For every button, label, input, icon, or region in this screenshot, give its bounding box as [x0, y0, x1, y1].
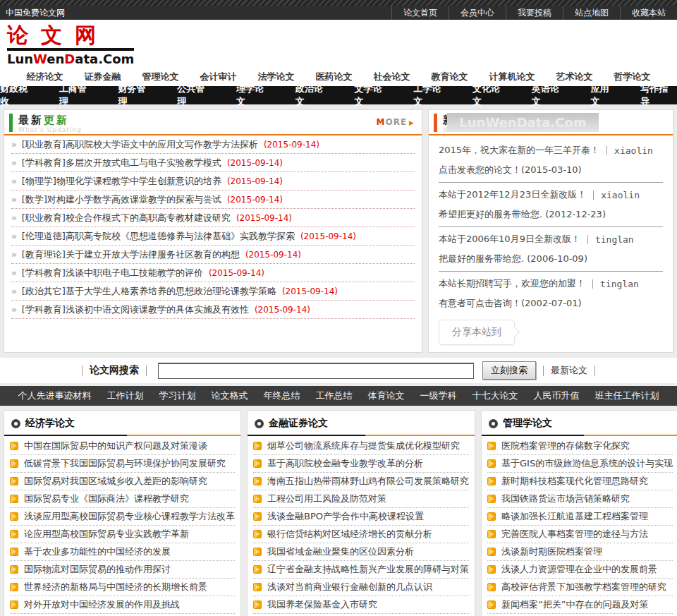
secondary-nav-item[interactable]: 应用文 [590, 83, 618, 108]
share-site-button[interactable]: 分享本站到 [439, 320, 515, 345]
hot-link[interactable]: 论文格式 [212, 389, 248, 402]
article-link[interactable]: 略谈加强长江航道基建工程档案管理 [501, 510, 648, 523]
latest-updates-panel: 最新更新 What's Updating MORE » [职业教育]高职院校大学… [4, 109, 422, 353]
secondary-nav-item[interactable]: 文学论文 [354, 83, 391, 108]
hot-link[interactable]: 人民币升值 [534, 389, 580, 402]
search-button[interactable]: 立刻搜索 [482, 361, 536, 380]
latest-papers-link[interactable]: 最新论文 [551, 364, 587, 377]
primary-nav-item[interactable]: 证券金融 [85, 71, 121, 83]
article-link[interactable]: 医院档案管理的存储数字化探究 [501, 440, 630, 452]
news-line2: 点击发表您的论文！(2015-03-10) [439, 164, 663, 176]
topbar-link[interactable]: 收藏本站 [620, 6, 677, 20]
topbar-link[interactable]: 会员中心 [449, 6, 506, 20]
secondary-nav-item[interactable]: 财务管理 [118, 83, 154, 108]
article-link[interactable]: [物理学]物理化学课程教学中学生创新意识的培养 [22, 175, 221, 188]
article-link[interactable]: [学科教育]浅谈初中语文阅读课教学的具体实施及有效性 [22, 303, 249, 316]
secondary-nav-item[interactable]: 理学论文 [236, 83, 273, 108]
article-link[interactable]: 烟草公司物流系统库存与提货集成优化模型研究 [267, 440, 460, 452]
news-author: xiaolin [614, 145, 653, 156]
more-link[interactable]: MORE [376, 117, 415, 127]
news-link[interactable]: 本站长期招聘写手，欢迎您的加盟！ [439, 277, 585, 290]
primary-nav-item[interactable]: 艺术论文 [556, 71, 593, 83]
hot-link[interactable]: 一级学科 [420, 389, 457, 402]
article-link[interactable]: 浅谈金融BPO产学合作中高校课程设置 [267, 510, 424, 523]
secondary-nav-item[interactable]: 政治论文 [295, 83, 332, 108]
hot-link[interactable]: 学习计划 [159, 389, 196, 402]
article-link[interactable]: 基于高职院校金融专业教学改革的分析 [267, 457, 423, 470]
article-link[interactable]: [数学]对构建小学数学高效课堂教学的探索与尝试 [22, 193, 221, 206]
primary-nav-item[interactable]: 社会论文 [374, 71, 410, 83]
topbar-link[interactable]: 站点地图 [563, 6, 620, 20]
secondary-nav-item[interactable]: 文化论文 [472, 83, 509, 108]
secondary-nav-item[interactable]: 英语论文 [532, 83, 568, 108]
article-link[interactable]: 世界经济的新格局与中国经济的长期增长前景 [24, 581, 207, 593]
article-link[interactable]: 对外开放对中国经济发展的作用及挑战 [24, 598, 180, 611]
article-link[interactable]: [学科教育]浅谈中职电子电工技能教学的评价 [22, 267, 203, 279]
news-link[interactable]: 2015年，祝大家在新的一年三羊开泰！ [439, 144, 599, 157]
article-link[interactable]: [职业教育]高职院校大学语文中的应用文写作教学方法探析 [22, 138, 258, 151]
primary-nav-item[interactable]: 哲学论文 [614, 71, 651, 83]
secondary-nav-item[interactable]: 财政税收 [0, 83, 37, 108]
article-link[interactable]: 基于农业多功能性的中国经济的发展 [24, 545, 171, 558]
hot-link[interactable]: 体育论文 [368, 389, 405, 402]
column-title: 经济学论文 [25, 417, 75, 430]
article-link[interactable]: [职业教育]校企合作模式下的高职高专教材建设研究 [22, 212, 231, 224]
article-link[interactable]: 浅谈人力资源管理在企业中的发展前景 [501, 563, 657, 576]
hot-link[interactable]: 十七大论文 [472, 389, 518, 402]
primary-nav-item[interactable]: 计算机论文 [489, 71, 535, 83]
article-link[interactable]: 国际贸易专业《国际商法》课程教学研究 [24, 493, 189, 505]
news-link[interactable]: 本站于2012年12月23日全新改版！ [439, 188, 586, 201]
secondary-nav-item[interactable]: 工商管理 [59, 83, 96, 108]
topbar-link[interactable]: 我要投稿 [506, 6, 563, 20]
hot-link[interactable]: 工作总结 [316, 389, 353, 402]
primary-nav-item[interactable]: 经济论文 [27, 71, 63, 83]
article-link[interactable]: 基于GIS的市级旅游信息系统的设计与实现 [501, 457, 673, 470]
article-row: 浅谈新时期医院档案管理 [487, 543, 673, 561]
article-link[interactable]: 高校评估背景下加强教学档案管理的研究 [501, 581, 666, 593]
secondary-nav-item[interactable]: 工学论文 [413, 83, 450, 108]
article-link[interactable]: 论应用型高校国际贸易专业实践教学革新 [24, 528, 189, 540]
article-link[interactable]: 浅谈对当前商业银行金融创新的几点认识 [267, 581, 432, 593]
article-link[interactable]: 新时期科技档案现代化管理思路研究 [501, 475, 648, 488]
article-link[interactable]: 浅谈应用型高校国际贸易专业核心课程教学方法改革 [24, 510, 235, 523]
search-input[interactable] [158, 363, 474, 379]
article-link[interactable]: 低碳背景下我国国际贸易与环境保护协同发展研究 [24, 457, 226, 470]
site-logo[interactable]: 论文网 LunWenData.Com [7, 24, 677, 66]
article-link[interactable]: 我国省域金融业聚集的区位因素分析 [267, 545, 414, 558]
article-link[interactable]: 工程公司用工风险及防范对策 [267, 493, 386, 505]
article-link[interactable]: 新闻档案“把关”中存在的问题及对策 [501, 598, 648, 611]
divider [592, 279, 593, 289]
ring-bullet-icon [255, 419, 264, 428]
article-link[interactable]: [学科教育]多层次开放式电工与电子实验教学模式 [22, 157, 221, 169]
news-link[interactable]: 本站于2006年10月9日全新改版！ [439, 233, 580, 246]
primary-nav-item[interactable]: 法学论文 [258, 71, 295, 83]
article-link[interactable]: 辽宁省金融支持战略性新兴产业发展的障碍与对策 [267, 563, 469, 576]
article-link[interactable]: 我国铁路货运市场营销策略研究 [501, 493, 630, 505]
article-link[interactable]: 完善医院人事档案管理的途径与方法 [501, 528, 648, 540]
orange-arrow-icon [487, 459, 496, 468]
article-link[interactable]: 中国在国际贸易中的知识产权问题及对策漫谈 [24, 440, 207, 452]
news-item: 本站于2006年10月9日全新改版！tinglan 把最好的服务带给您. (20… [439, 227, 663, 272]
primary-nav-item[interactable]: 会计审计 [200, 71, 237, 83]
hot-link[interactable]: 年终总结 [264, 389, 300, 402]
article-link[interactable]: [教育理论]关于建立开放大学法律服务社区教育的构想 [22, 248, 240, 261]
article-link[interactable]: 我国养老保险基金入市研究 [267, 598, 377, 611]
secondary-nav-item[interactable]: 写作指导 [640, 83, 677, 108]
hot-link[interactable]: 班主任工作计划 [595, 389, 659, 402]
hot-link[interactable]: 个人先进事迹材料 [18, 389, 92, 402]
article-link[interactable]: 海南五指山热带雨林野山鸡有限公司发展策略研究 [267, 475, 469, 488]
article-link[interactable]: 浅谈新时期医院档案管理 [501, 545, 602, 558]
article-link[interactable]: [政治其它]基于大学生人格素养培养的思想政治理论课教学策略 [22, 285, 276, 298]
article-link[interactable]: [伦理道德]高职高专院校《思想道德修养与法律基础》实践教学探索 [22, 230, 295, 243]
primary-nav-item[interactable]: 教育论文 [432, 71, 468, 83]
article-link[interactable]: 银行信贷结构对区域经济增长的贡献分析 [267, 528, 432, 540]
primary-nav-item[interactable]: 管理论文 [142, 71, 179, 83]
article-link[interactable]: 国际物流对国际贸易的推动作用探讨 [24, 563, 171, 576]
article-link[interactable]: 国际贸易对我国区域城乡收入差距的影响研究 [24, 475, 207, 488]
news-item: 2015年，祝大家在新的一年三羊开泰！xiaolin 点击发表您的论文！(201… [439, 138, 663, 183]
topbar-link[interactable]: 论文首页 [391, 6, 449, 20]
hot-link[interactable]: 工作计划 [107, 389, 144, 402]
secondary-nav-item[interactable]: 公共管理 [177, 83, 214, 108]
article-row: 海南五指山热带雨林野山鸡有限公司发展策略研究 [253, 473, 469, 490]
primary-nav-item[interactable]: 医药论文 [316, 71, 353, 83]
